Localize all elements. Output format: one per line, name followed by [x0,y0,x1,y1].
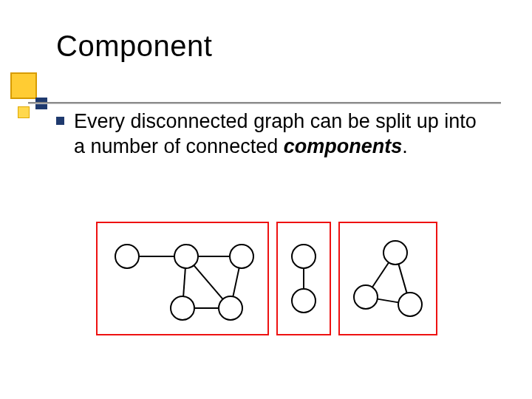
body-text: Every disconnected graph can be split up… [74,109,488,160]
bullet-icon [56,117,64,125]
svg-point-18 [354,285,378,309]
svg-line-4 [233,268,239,297]
component-2-graph-icon [278,223,330,334]
bullet-text-post: . [402,135,408,157]
page-title: Component [56,30,532,63]
svg-line-3 [194,265,222,299]
svg-point-6 [115,245,139,268]
svg-point-10 [219,296,242,320]
component-3-graph-icon [340,223,436,334]
svg-point-12 [292,245,316,268]
svg-point-13 [292,289,316,313]
svg-point-19 [398,293,422,316]
svg-line-2 [183,268,185,296]
svg-point-17 [383,241,407,265]
svg-point-8 [230,245,253,268]
component-1-graph-icon [98,223,267,334]
slide: Component Every disconnected graph can b… [0,0,532,399]
decor-square-yellow-large-icon [10,72,37,99]
bullet-text-pre: Every disconnected graph can be split up… [74,110,477,157]
title-area: Component [0,30,532,63]
svg-line-16 [378,299,398,303]
component-1-box [96,222,269,335]
decor-square-yellow-small-icon [18,106,30,118]
component-2-box [276,222,331,335]
components-figure [96,222,437,335]
title-underline [28,102,501,103]
component-3-box [338,222,437,335]
svg-line-14 [372,262,389,287]
svg-point-7 [174,245,198,268]
svg-point-9 [171,296,194,320]
decor-square-navy-icon [35,98,47,109]
svg-line-15 [398,264,406,293]
bullet-text-em: components [284,135,403,157]
